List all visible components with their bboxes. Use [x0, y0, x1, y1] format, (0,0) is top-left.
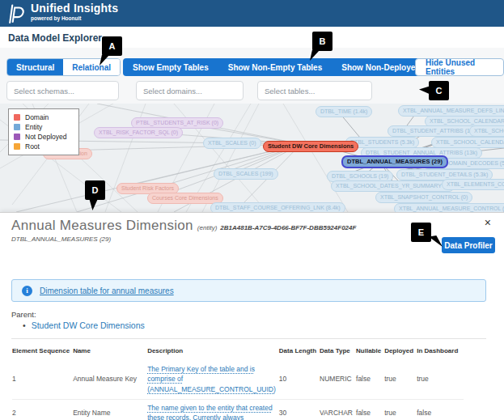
cell-nullable: false — [356, 361, 384, 399]
graph-node-dtbl-staff-course-offering-lnk-8-4k[interactable]: DTBL_STAFF_COURSE_OFFERING_LNK (8.4k) — [210, 202, 345, 212]
column-header-in-dashboard: In Dashboard — [417, 345, 464, 361]
table-row: 2Entity NameThe name given to the entity… — [12, 399, 464, 420]
view-toggle-relational[interactable]: Relational — [63, 59, 120, 75]
page-header: Data Model Explorer — [0, 27, 504, 48]
select-tables-input[interactable] — [257, 81, 372, 100]
close-icon[interactable]: × — [485, 217, 491, 228]
data-profiler-button[interactable]: Data Profiler — [442, 237, 495, 253]
graph-node-xtbl-snapshot-control-0[interactable]: XTBL_SNAPSHOT_CONTROL (0) — [375, 192, 472, 203]
cell-deployed: true — [384, 399, 417, 420]
legend-swatch-not-deployed — [14, 134, 20, 140]
legend-item-root: Root — [14, 142, 74, 151]
graph-node-student-dw-core-dimensions[interactable]: Student DW Core Dimensions — [263, 141, 358, 152]
cell-seq: 1 — [12, 361, 73, 399]
entity-table-name: DTBL_ANNUAL_MEASURES (29) — [11, 235, 111, 243]
graph-node-xtbl-annual-measure-control-22[interactable]: XTBL_ANNUAL_MEASURE_CONTROL (22) — [394, 203, 504, 212]
cell-deployed: true — [384, 361, 417, 399]
callout-c: C — [429, 81, 449, 100]
description-link[interactable]: (ANNUAL_MEASURE_CONTROL_UUID) — [147, 384, 276, 394]
hoonuit-logo-icon — [8, 3, 28, 24]
callout-d: D — [85, 180, 105, 200]
bullet: • — [23, 320, 26, 330]
graph-node-dtbl-time-1-4k[interactable]: DTBL_TIME (1.4k) — [316, 106, 372, 117]
column-header-element-sequence: Element Sequence — [12, 345, 73, 361]
filter-button-bar: Show Empty TablesShow Non-Empty TablesSh… — [123, 58, 461, 76]
app-subtitle: powered by Hoonuit — [31, 15, 118, 21]
graph-node-courses-core-dimensions[interactable]: Courses Core Dimensions — [147, 193, 223, 204]
entity-uuid: 2B1A481B-A7C9-4D66-BF7F-DBB5924F024F — [220, 224, 356, 231]
legend-swatch-entity — [14, 124, 20, 130]
column-header-name: Name — [73, 345, 147, 361]
select-schemas-input[interactable] — [6, 81, 119, 100]
graph-node-dtbl-scales-199[interactable]: DTBL_SCALES (199) — [214, 168, 278, 180]
graph-node-xtbl-scales-0[interactable]: XTBL_SCALES (0) — [203, 138, 261, 149]
description-link[interactable]: comprise of — [147, 374, 276, 384]
callout-e: E — [411, 223, 431, 242]
graph-node-xtbl-annual-measure-defs-link-22[interactable]: XTBL_ANNUAL_MEASURE_DEFS_LINK (22) — [398, 105, 504, 117]
entity-kind: (entity) — [197, 224, 217, 231]
description-link[interactable]: The Primary Key of the table and is — [147, 364, 276, 374]
cell-data_length: 10 — [279, 361, 320, 399]
divider — [11, 338, 486, 339]
show-empty-tables-button[interactable]: Show Empty Tables — [123, 58, 218, 76]
legend-swatch-root — [14, 143, 20, 150]
graph-legend: DomainEntityNot DeployedRoot — [8, 108, 79, 155]
cell-data_length: 30 — [279, 399, 320, 420]
graph-node-xtbl-risk-factor-sql-0[interactable]: XTBL_RISK_FACTOR_SQL (0) — [94, 127, 183, 138]
graph-node-xtbl-school-dates-yr-summary-0[interactable]: XTBL_SCHOOL_DATES_YR_SUMMARY (0) — [331, 180, 455, 192]
cell-data_type: VARCHAR — [320, 399, 356, 420]
legend-item-domain: Domain — [14, 112, 74, 122]
graph-node-xtbl-school-calendar-de[interactable]: XTBL_SCHOOL_CALENDAR_DE — [431, 137, 504, 148]
cell-in_dashboard: true — [417, 361, 464, 399]
attributes-table: Element SequenceNameDescriptionData Leng… — [12, 345, 464, 420]
graph-node-xtbl-schoo[interactable]: XTBL_SCHOO — [469, 125, 504, 137]
column-header-description: Description — [147, 345, 279, 361]
description-link[interactable]: The name given to the entity that create… — [147, 403, 276, 413]
column-header-data-type: Data Type — [320, 345, 356, 361]
select-domains-input[interactable] — [136, 81, 244, 100]
parent-link[interactable]: •Student DW Core Dimensions — [23, 320, 145, 330]
column-header-data-length: Data Length — [279, 345, 320, 361]
entity-description-link[interactable]: Dimension table for annual measures — [40, 286, 174, 295]
callout-a: A — [102, 36, 122, 56]
legend-swatch-domain — [14, 114, 20, 121]
app-window: Unified Insights powered by Hoonuit Data… — [0, 0, 504, 420]
cell-in_dashboard: false — [417, 399, 464, 420]
view-toggle-structural[interactable]: Structural — [7, 59, 63, 75]
cell-nullable: false — [356, 399, 384, 420]
entity-detail-panel: Annual Measures Dimension(entity)2B1A481… — [0, 212, 504, 420]
column-header-nullable: Nullable — [356, 345, 384, 361]
description-link[interactable]: these records. Currently always — [147, 413, 276, 420]
hide-unused-entities-button[interactable]: Hide Unused Entities — [415, 58, 504, 76]
legend-item-entity: Entity — [14, 122, 74, 132]
cell-description: The name given to the entity that create… — [147, 399, 279, 420]
page-title: Data Model Explorer — [8, 32, 102, 44]
cell-seq: 2 — [12, 399, 73, 420]
show-non-empty-tables-button[interactable]: Show Non-Empty Tables — [218, 58, 332, 76]
graph-node-xtbl-elements-cont[interactable]: XTBL_ELEMENTS_CONT — [442, 179, 504, 190]
data-model-graph[interactable]: DomainEntityNot DeployedRoot DTBL_TIME (… — [0, 104, 504, 212]
entity-description-callout: i Dimension table for annual measures — [11, 279, 486, 302]
table-row: 1Annual Measure KeyThe Primary Key of th… — [12, 361, 464, 399]
top-app-bar: Unified Insights powered by Hoonuit — [0, 0, 504, 27]
graph-node-dtbl-annual-measures-29[interactable]: DTBL_ANNUAL_MEASURES (29) — [341, 155, 448, 168]
cell-data_type: NUMERIC — [320, 361, 356, 399]
entity-title: Annual Measures Dimension — [11, 218, 193, 233]
column-header-deployed: Deployed — [384, 345, 417, 361]
legend-item-not-deployed: Not Deployed — [14, 132, 74, 142]
info-icon: i — [22, 286, 32, 296]
cell-description: The Primary Key of the table and iscompr… — [147, 361, 279, 399]
cell-name: Annual Measure Key — [73, 361, 147, 399]
app-title: Unified Insights — [31, 2, 118, 15]
cell-name: Entity Name — [73, 399, 147, 420]
callout-b: B — [312, 32, 332, 51]
parent-label: Parent: — [11, 310, 36, 319]
